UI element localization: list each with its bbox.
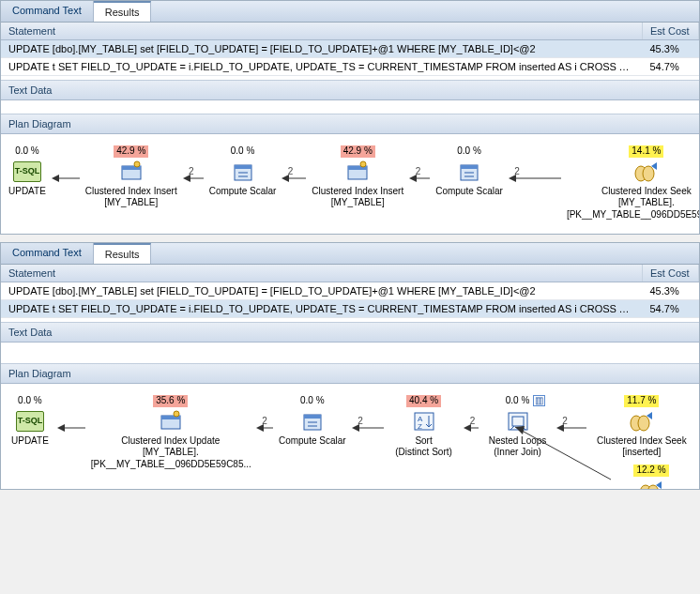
plan-diagram-2[interactable]: 0.0 % T-SQL UPDATE 35.6 % Clustered Inde… [1, 384, 699, 489]
cost-badge: 35.6 % [153, 395, 188, 407]
cost-badge: 0.0 % [12, 145, 42, 158]
cost-badge: 0.0 % [228, 145, 258, 158]
statement-cost: 54.7% [643, 300, 699, 318]
svg-marker-1 [52, 175, 59, 182]
statement-sql: UPDATE [dbo].[MY_TABLE] set [FIELD_TO_UP… [1, 282, 643, 300]
cost-badge: 14.1 % [629, 145, 663, 158]
cost-badge: 0.0 % [454, 145, 484, 158]
tab-results[interactable]: Results [94, 1, 152, 22]
ci-insert-icon [117, 160, 145, 184]
plan-node[interactable]: 14.1 % Clustered Index Seek[MY_TABLE].[P… [567, 145, 699, 221]
statement-sql: UPDATE t SET FIELD_TO_UPDATE = i.FIELD_T… [1, 58, 643, 76]
statement-cost: 45.3% [643, 282, 699, 300]
svg-rect-34 [304, 415, 321, 419]
compute-icon [455, 160, 483, 184]
cost-badge: 0.0 % [15, 395, 45, 407]
statement-cost: 54.7% [643, 58, 699, 76]
text-data-header: Text Data [1, 322, 699, 343]
plan-node[interactable]: 0.0 % Compute Scalar 2 [279, 395, 346, 447]
cost-badge: 42.9 % [341, 145, 375, 158]
col-est-cost: Est Cost [643, 23, 699, 40]
cost-badge: 0.0 % [297, 395, 327, 407]
plan-node[interactable]: 42.9 % Clustered Index Insert[MY_TABLE] … [85, 145, 177, 209]
arrow-left-icon [503, 174, 567, 183]
plan-diagram-header: Plan Diagram [1, 363, 699, 384]
cost-badge: 0.0 % [503, 395, 533, 407]
ci-seek-icon [632, 160, 661, 184]
plan-node[interactable]: 12.2 % Clustered Index Seek[MY_TABLE].[P… [571, 465, 699, 489]
plan-node[interactable]: 40.4 % AZ Sort(Distinct Sort) 2 [389, 395, 459, 459]
ci-insert-icon [343, 160, 372, 184]
ci-update-icon [157, 409, 185, 434]
svg-point-25 [643, 166, 654, 181]
query-plan-panel-2: Command Text Results Statement Est Cost … [0, 242, 700, 490]
svg-point-49 [638, 416, 649, 431]
cost-badge: 12.2 % [633, 465, 668, 477]
statement-sql: UPDATE [dbo].[MY_TABLE] set [FIELD_TO_UP… [1, 40, 643, 58]
col-statement: Statement [1, 265, 643, 282]
col-est-cost: Est Cost [643, 265, 699, 282]
statement-row[interactable]: UPDATE [dbo].[MY_TABLE] set [FIELD_TO_UP… [1, 282, 699, 300]
tab-results[interactable]: Results [94, 243, 152, 264]
statement-row[interactable]: UPDATE [dbo].[MY_TABLE] set [FIELD_TO_UP… [1, 40, 699, 58]
text-data-header: Text Data [1, 80, 699, 100]
svg-rect-19 [461, 165, 478, 169]
svg-point-30 [174, 411, 179, 417]
statement-sql: UPDATE t SET FIELD_TO_UPDATE = i.FIELD_T… [1, 300, 643, 318]
tab-command-text[interactable]: Command Text [1, 243, 94, 264]
plan-node[interactable]: 0.0 % Compute Scalar 2 [209, 145, 277, 197]
arrow-left-icon [52, 423, 91, 433]
statement-cost: 45.3% [643, 40, 699, 58]
plan-diagram-header: Plan Diagram [1, 114, 699, 134]
plan-node[interactable]: 0.0 % Compute Scalar 2 [435, 145, 503, 197]
svg-rect-8 [235, 165, 251, 169]
tsql-icon: T-SQL [13, 160, 41, 184]
svg-marker-51 [515, 426, 525, 434]
statement-row[interactable]: UPDATE t SET FIELD_TO_UPDATE = i.FIELD_T… [1, 300, 699, 318]
tsql-icon: T-SQL [16, 409, 44, 434]
query-plan-panel-1: Command Text Results Statement Est Cost … [0, 0, 700, 235]
arrow-left-icon [276, 174, 312, 183]
svg-marker-27 [57, 424, 65, 432]
plan-diagram-1[interactable]: 0.0 % T-SQL UPDATE 42.9 % Clustered Inde… [1, 134, 699, 234]
statement-table-1: Statement Est Cost UPDATE [dbo].[MY_TABL… [1, 23, 699, 76]
ci-seek-icon [637, 479, 665, 490]
svg-point-15 [360, 161, 366, 167]
statement-row[interactable]: UPDATE t SET FIELD_TO_UPDATE = i.FIELD_T… [1, 58, 699, 76]
compute-icon [229, 160, 257, 184]
sort-icon: AZ [410, 409, 438, 434]
compute-icon [298, 409, 327, 434]
cost-badge: 40.4 % [406, 395, 441, 407]
plan-node[interactable]: 0.0 % T-SQL UPDATE [8, 395, 52, 447]
ci-seek-icon [628, 409, 656, 434]
statement-table-2: Statement Est Cost UPDATE [dbo].[MY_TABL… [1, 265, 699, 318]
plan-node[interactable]: 0.0 % T-SQL UPDATE [8, 145, 46, 197]
cost-badge: 42.9 % [114, 145, 148, 158]
arrow-left-icon [346, 423, 389, 433]
tabs-2: Command Text Results [1, 243, 699, 265]
cost-badge: 11.7 % [624, 395, 659, 407]
arrow-left-icon [46, 174, 85, 183]
col-statement: Statement [1, 23, 643, 40]
svg-text:Z: Z [418, 422, 422, 431]
tab-command-text[interactable]: Command Text [1, 1, 94, 22]
tabs-1: Command Text Results [1, 1, 699, 23]
plan-node[interactable]: 42.9 % Clustered Index Insert[MY_TABLE] … [312, 145, 403, 209]
plan-node[interactable]: 35.6 % Clustered Index Update[MY_TABLE].… [91, 395, 251, 470]
svg-point-4 [134, 161, 140, 167]
